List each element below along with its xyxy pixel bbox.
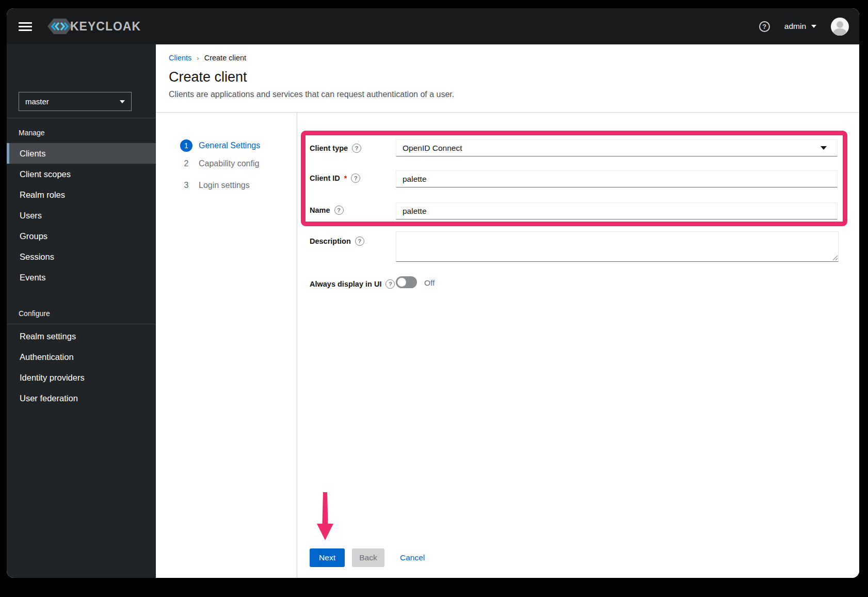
sidebar-item-realm-settings[interactable]: Realm settings	[7, 326, 156, 347]
sidebar-item-clients[interactable]: Clients	[7, 143, 156, 164]
main-content: Clients › Create client Create client Cl…	[156, 44, 859, 578]
help-icon[interactable]: ?	[352, 144, 361, 153]
nav-group-configure: Configure	[19, 309, 50, 318]
avatar[interactable]	[831, 18, 849, 36]
brand-title: KEYCLOAK	[70, 20, 141, 34]
help-icon[interactable]: ?	[334, 206, 344, 215]
sidebar: master Manage Clients Client scopes Real…	[7, 44, 156, 578]
sidebar-divider	[7, 118, 156, 118]
always-display-label: Always display in UI ?	[310, 279, 395, 289]
user-menu[interactable]: admin	[784, 22, 816, 31]
back-button[interactable]: Back	[352, 548, 384, 567]
breadcrumb: Clients › Create client	[169, 54, 246, 62]
description-label: Description ?	[310, 237, 364, 246]
wizard-step-capability-config[interactable]: 2 Capability config	[180, 159, 259, 168]
realm-selector[interactable]: master	[19, 92, 132, 111]
description-textarea[interactable]	[396, 231, 839, 262]
realm-selector-value: master	[25, 97, 49, 106]
help-icon[interactable]: ?	[759, 21, 770, 32]
sidebar-item-authentication[interactable]: Authentication	[7, 347, 156, 367]
client-id-label: Client ID * ?	[310, 174, 360, 183]
next-button[interactable]: Next	[310, 548, 345, 567]
name-input[interactable]	[396, 202, 838, 219]
page-subtitle: Clients are applications and services th…	[169, 90, 454, 99]
sidebar-item-user-federation[interactable]: User federation	[7, 388, 156, 409]
app-window: KEYCLOAK ? admin master Manage Clients C…	[7, 8, 859, 578]
sidebar-divider	[7, 324, 156, 324]
chevron-down-icon	[120, 100, 125, 103]
client-type-label: Client type ?	[310, 144, 361, 153]
wizard-divider	[297, 113, 297, 578]
keycloak-logo: KEYCLOAK	[46, 17, 141, 36]
breadcrumb-current: Create client	[204, 54, 246, 62]
sidebar-item-identity-providers[interactable]: Identity providers	[7, 367, 156, 388]
page-header-divider	[156, 112, 859, 113]
toggle-state-text: Off	[424, 278, 435, 288]
help-icon[interactable]: ?	[351, 174, 360, 183]
required-asterisk: *	[344, 174, 347, 182]
hamburger-menu-icon[interactable]	[19, 22, 32, 31]
annotation-arrow-icon	[314, 492, 336, 541]
sidebar-item-events[interactable]: Events	[7, 267, 156, 288]
cancel-link[interactable]: Cancel	[400, 553, 425, 562]
sidebar-item-sessions[interactable]: Sessions	[7, 246, 156, 267]
sidebar-item-realm-roles[interactable]: Realm roles	[7, 184, 156, 205]
sidebar-item-groups[interactable]: Groups	[7, 226, 156, 246]
chevron-down-icon	[821, 146, 827, 150]
breadcrumb-clients-link[interactable]: Clients	[169, 54, 191, 62]
keycloak-hexagon-icon	[46, 17, 73, 36]
wizard-step-login-settings[interactable]: 3 Login settings	[180, 181, 250, 190]
page-title: Create client	[169, 69, 247, 85]
client-id-input[interactable]	[396, 170, 838, 187]
sidebar-item-client-scopes[interactable]: Client scopes	[7, 164, 156, 184]
sidebar-item-users[interactable]: Users	[7, 205, 156, 226]
breadcrumb-separator: ›	[197, 54, 199, 62]
wizard-step-general-settings[interactable]: 1 General Settings	[180, 139, 260, 152]
user-name: admin	[784, 22, 806, 31]
help-icon[interactable]: ?	[355, 237, 364, 246]
always-display-toggle[interactable]	[396, 276, 417, 288]
client-type-value: OpenID Connect	[403, 144, 462, 153]
nav-group-manage: Manage	[19, 129, 45, 137]
help-icon[interactable]: ?	[385, 279, 395, 289]
masthead: KEYCLOAK ? admin	[7, 8, 859, 44]
name-label: Name ?	[310, 206, 344, 215]
client-type-select[interactable]: OpenID Connect	[396, 139, 838, 156]
chevron-down-icon	[811, 25, 816, 28]
